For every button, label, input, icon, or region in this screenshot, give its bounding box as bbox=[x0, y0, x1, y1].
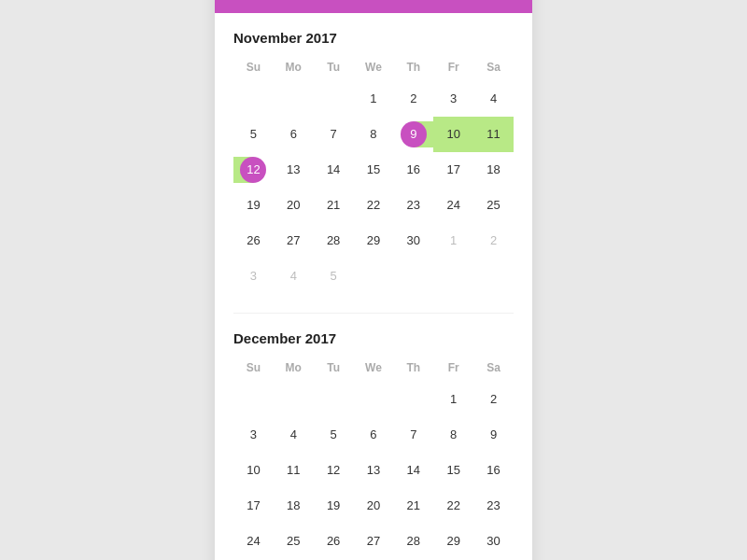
table-row: 12 13 14 15 16 17 18 bbox=[233, 152, 514, 188]
weekday-su: Su bbox=[233, 357, 274, 382]
day-cell[interactable]: 30 bbox=[473, 524, 514, 559]
day-cell[interactable] bbox=[393, 259, 433, 294]
day-cell[interactable]: 17 bbox=[433, 152, 473, 188]
weekday-mo: Mo bbox=[274, 57, 314, 81]
day-cell[interactable]: 3 bbox=[433, 81, 473, 117]
weekday-th: Th bbox=[393, 357, 433, 382]
day-cell[interactable]: 18 bbox=[274, 488, 314, 524]
weekday-sa: Sa bbox=[473, 357, 514, 382]
day-cell[interactable]: 28 bbox=[393, 524, 433, 559]
day-cell[interactable]: 2 bbox=[473, 382, 514, 417]
day-cell[interactable]: 18 bbox=[473, 152, 514, 188]
day-cell[interactable] bbox=[393, 382, 433, 417]
day-cell[interactable]: 25 bbox=[473, 188, 514, 223]
day-cell[interactable] bbox=[433, 259, 473, 294]
day-cell[interactable] bbox=[314, 382, 354, 417]
day-cell[interactable]: 23 bbox=[473, 488, 514, 524]
day-cell[interactable]: 4 bbox=[274, 417, 314, 453]
day-cell[interactable]: 24 bbox=[433, 188, 473, 223]
day-cell[interactable]: 21 bbox=[393, 488, 433, 524]
day-cell[interactable] bbox=[354, 259, 394, 294]
day-cell[interactable]: 9 bbox=[473, 417, 514, 453]
day-cell[interactable]: 1 bbox=[354, 81, 394, 117]
day-cell[interactable]: 28 bbox=[314, 223, 354, 259]
weekday-tu: Tu bbox=[314, 357, 354, 382]
day-cell[interactable]: 7 bbox=[393, 417, 433, 453]
day-cell[interactable]: 7 bbox=[314, 117, 354, 152]
day-cell[interactable]: 12 bbox=[314, 453, 354, 488]
day-cell[interactable]: 4 bbox=[473, 81, 514, 117]
day-cell[interactable]: 15 bbox=[433, 453, 473, 488]
table-row: 26 27 28 29 30 1 2 bbox=[233, 223, 514, 259]
day-cell[interactable]: 15 bbox=[354, 152, 394, 188]
day-cell[interactable] bbox=[274, 81, 314, 117]
day-cell[interactable]: 27 bbox=[354, 524, 394, 559]
table-row: 1 2 3 4 bbox=[233, 81, 514, 117]
day-cell[interactable]: 11 bbox=[473, 117, 514, 152]
day-cell[interactable]: 11 bbox=[274, 453, 314, 488]
weekday-fr: Fr bbox=[433, 57, 473, 81]
day-cell[interactable]: 14 bbox=[314, 152, 354, 188]
day-cell[interactable]: 25 bbox=[274, 524, 314, 559]
day-cell[interactable]: 2 bbox=[393, 81, 433, 117]
day-cell[interactable]: 19 bbox=[314, 488, 354, 524]
table-row: 10 11 12 13 14 15 16 bbox=[233, 453, 514, 488]
day-cell[interactable]: 12 bbox=[233, 152, 274, 188]
day-cell[interactable]: 1 bbox=[433, 223, 473, 259]
day-cell[interactable]: 24 bbox=[233, 524, 274, 559]
day-cell[interactable]: 16 bbox=[473, 453, 514, 488]
day-cell[interactable]: 5 bbox=[314, 259, 354, 294]
december-grid: Su Mo Tu We Th Fr Sa 1 2 bbox=[233, 357, 514, 561]
day-cell[interactable]: 4 bbox=[274, 259, 314, 294]
day-cell[interactable] bbox=[314, 81, 354, 117]
day-cell[interactable] bbox=[473, 259, 514, 294]
calendar-header: Month Year Custom Range bbox=[215, 0, 532, 13]
day-cell[interactable]: 20 bbox=[274, 188, 314, 223]
november-grid: Su Mo Tu We Th Fr Sa 1 2 3 bbox=[233, 57, 514, 294]
day-cell[interactable]: 26 bbox=[314, 524, 354, 559]
day-cell[interactable]: 5 bbox=[314, 417, 354, 453]
day-cell[interactable]: 30 bbox=[393, 223, 433, 259]
day-cell[interactable]: 6 bbox=[354, 417, 394, 453]
day-cell[interactable]: 27 bbox=[274, 223, 314, 259]
table-row: 17 18 19 20 21 22 23 bbox=[233, 488, 514, 524]
day-cell[interactable]: 9 bbox=[393, 117, 433, 152]
day-cell[interactable]: 10 bbox=[433, 117, 473, 152]
calendar-card: Month Year Custom Range November 2017 Su… bbox=[215, 0, 532, 560]
day-cell[interactable]: 8 bbox=[354, 117, 394, 152]
day-cell[interactable]: 22 bbox=[354, 188, 394, 223]
day-cell[interactable]: 17 bbox=[233, 488, 274, 524]
day-cell[interactable] bbox=[233, 382, 274, 417]
weekday-fr: Fr bbox=[433, 357, 473, 382]
day-cell[interactable]: 6 bbox=[274, 117, 314, 152]
day-cell[interactable]: 13 bbox=[354, 453, 394, 488]
day-cell[interactable]: 21 bbox=[314, 188, 354, 223]
weekday-su: Su bbox=[233, 57, 274, 81]
day-cell[interactable]: 20 bbox=[354, 488, 394, 524]
day-cell[interactable]: 10 bbox=[233, 453, 274, 488]
day-cell[interactable]: 13 bbox=[274, 152, 314, 188]
weekday-sa: Sa bbox=[473, 57, 514, 81]
december-section: December 2017 Su Mo Tu We Th Fr Sa bbox=[215, 314, 532, 561]
day-cell[interactable] bbox=[233, 81, 274, 117]
day-cell[interactable]: 19 bbox=[233, 188, 274, 223]
day-cell[interactable]: 3 bbox=[233, 259, 274, 294]
day-cell[interactable]: 1 bbox=[433, 382, 473, 417]
day-cell[interactable]: 29 bbox=[354, 223, 394, 259]
day-cell[interactable]: 29 bbox=[433, 524, 473, 559]
table-row: 3 4 5 6 7 8 9 bbox=[233, 417, 514, 453]
day-cell[interactable] bbox=[274, 382, 314, 417]
table-row: 5 6 7 8 9 10 11 bbox=[233, 117, 514, 152]
day-cell[interactable] bbox=[354, 382, 394, 417]
day-cell[interactable]: 8 bbox=[433, 417, 473, 453]
day-cell[interactable]: 23 bbox=[393, 188, 433, 223]
day-cell[interactable]: 14 bbox=[393, 453, 433, 488]
day-cell[interactable]: 16 bbox=[393, 152, 433, 188]
day-cell[interactable]: 26 bbox=[233, 223, 274, 259]
day-cell[interactable]: 22 bbox=[433, 488, 473, 524]
november-section: November 2017 Su Mo Tu We Th Fr Sa bbox=[215, 13, 532, 303]
day-cell[interactable]: 3 bbox=[233, 417, 274, 453]
day-cell[interactable]: 5 bbox=[233, 117, 274, 152]
weekday-we: We bbox=[354, 57, 394, 81]
day-cell[interactable]: 2 bbox=[473, 223, 514, 259]
